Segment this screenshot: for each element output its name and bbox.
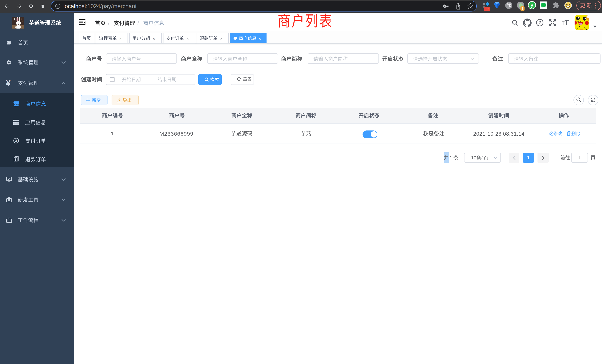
svg-text:¥: ¥: [15, 139, 17, 143]
svg-text:?: ?: [538, 20, 541, 25]
svg-text:y: y: [531, 2, 533, 8]
